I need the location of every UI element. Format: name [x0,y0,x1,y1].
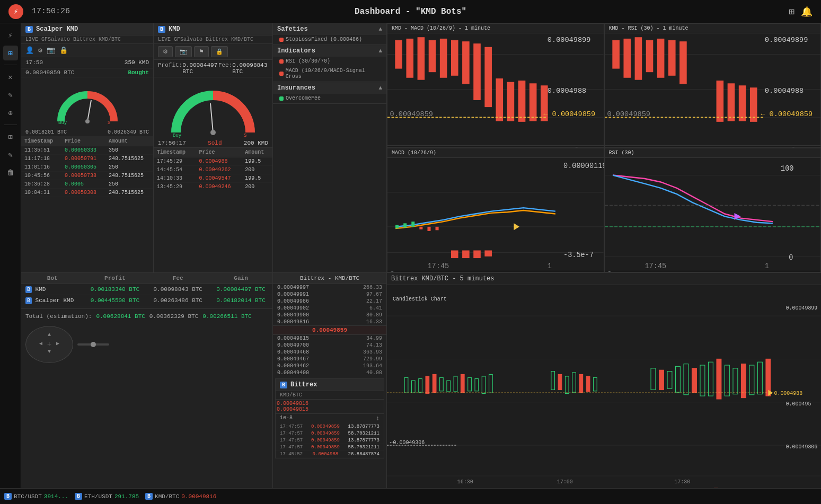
list-item: 0.00049468363.93 [273,349,386,356]
nav-expand-macd-lower[interactable]: ⊞ [413,271,417,272]
trade-ts: 10:45:56 [21,172,61,180]
table-row: 17:45:29 0.0004988 199.5 [154,157,272,166]
sidebar-item-delete[interactable]: 🗑 [3,165,18,180]
camera-icon[interactable]: 📷 [47,46,55,55]
sidebar-item-pen[interactable]: ✎ [3,147,18,162]
sidebar-item-copy[interactable]: ⊞ [3,129,18,144]
sidebar-item-add[interactable]: ⊕ [3,105,18,120]
list-item: 0.000499026.41 [273,305,386,312]
macd-lower-title-text: MACD (10/26/9) [392,150,436,156]
lock-icon[interactable]: 🔒 [59,46,68,55]
sidebar-item-edit[interactable]: ✎ [3,87,18,102]
svg-text:Buy: Buy [58,120,67,126]
indicators-section: Indicators ▲ RSI (30/30/70) MACD (10/26/… [273,45,386,82]
notification-icon[interactable]: 🔔 [801,6,813,17]
zoom-rsi-lower[interactable]: 🔍 [607,271,614,272]
bittrex-scroll[interactable]: ↕ [376,415,379,422]
nav-right[interactable]: ▶ [54,340,62,349]
indicator-macd-label: MACD (10/26/9/MACD-Signal Cross [286,68,382,79]
svg-text:16:30: 16:30 [457,479,473,485]
insurances-section: Insurances ▲ OvercomeFee [273,82,386,104]
insurances-header[interactable]: Insurances ▲ [273,82,386,94]
sidebar-item-home[interactable]: ⚡ [3,28,18,42]
status-btc-label: BTC/USDT [14,493,42,500]
zoom-macd-lower[interactable]: 🔍 [390,271,397,272]
ob-bid-price: 0.00049815 [277,335,309,341]
kmd-header: B KMD [154,23,272,36]
sidebar-separator-2 [4,125,17,125]
safety-panel: Safeties ▲ StopLossFixed (0.000486) Indi… [273,23,387,272]
trade-ts: 11:17:18 [21,155,61,163]
kmd-trade-price: 0.00049547 [196,174,242,183]
trade-amount: 250 [105,180,153,189]
status-eth-val: 291.785 [114,493,139,500]
table-row: 11:17:18 0.00050791 248.7515625 [21,155,153,163]
svg-rect-44 [739,86,745,121]
scalper-trades-body: 11:35:51 0.00050333 350 11:17:18 0.00050… [21,146,153,197]
total-label: Total (estimation): [25,313,92,320]
bot-gain: 0.00084497 BTC [209,284,272,295]
svg-text:17:30: 17:30 [674,479,690,485]
nav-expand-rsi-lower[interactable]: ⊞ [631,271,634,272]
sidebar-item-dashboard[interactable]: ⊞ [3,46,18,60]
list-item: 0.0004940040.00 [273,369,386,376]
sidebar-item-close[interactable]: ✕ [3,69,18,84]
insurance-label: OvercomeFee [286,95,321,101]
kmd-profit-row: Profit: 0.00084497 BTC Fee: 0.00098843 B… [154,60,272,77]
bot-col-fee: Fee [146,273,209,284]
zoom-thumb[interactable] [91,342,96,347]
indicators-header[interactable]: Indicators ▲ [273,45,386,57]
nav-left[interactable]: ◀ [37,340,45,349]
ob-bid-vol: 193.64 [363,363,382,369]
kmd-btn-camera[interactable]: 📷 [175,46,192,57]
indicator-rsi-label: RSI (30/30/70) [286,58,330,64]
table-row: 14:45:54 0.00049262 200 [154,166,272,174]
list-item: 0.0004981616.33 [273,319,386,325]
svg-rect-14 [407,39,413,78]
status-eth-usdt: B ETH/USDT 291.785 [75,493,139,500]
app-logo: ⚡ [8,4,23,19]
nav-circle: ▲ ◀ + ▶ ▼ [25,326,73,363]
layout-bottom: Bot Profit Fee Gain B KMD 0.00183340 BTC… [21,272,821,504]
svg-text:←0.00049306: ←0.00049306 [390,439,425,446]
table-row: 11:35:51 0.00050333 350 [21,146,153,155]
nav-tr [54,332,62,340]
kmd-btn-lock[interactable]: 🔒 [211,46,228,57]
ob-ask-vol: 6.41 [369,305,382,311]
settings-icon[interactable]: ⚙ [38,46,42,55]
kmd-trade-price: 0.00049246 [196,183,242,191]
nav-left-macd-lower[interactable]: ◀ [400,271,404,272]
nav-right-rsi-lower[interactable]: ▶ [624,271,628,272]
ob-ask-price: 0.00049816 [277,319,309,325]
indicators-arrow: ▲ [378,48,382,54]
safeties-title: Safeties [277,25,308,33]
svg-rect-38 [646,40,652,72]
bot-name: B Scalper KMD [21,295,84,306]
nav-left-rsi-lower[interactable]: ◀ [617,271,621,272]
kmd-btn-settings[interactable]: ⚙ [158,46,173,57]
screenshot-icon[interactable]: ⊞ [789,6,794,17]
zoom-track[interactable] [77,343,109,346]
user-icon[interactable]: 👤 [25,46,34,55]
nav-right-macd-lower[interactable]: ▶ [407,271,411,272]
nav-down[interactable]: ▼ [45,349,54,357]
btx-ts: 17:47:57 [280,431,303,436]
scalper-amount: 350 KMD [125,59,149,66]
trade-price: 0.00050305 [61,163,105,172]
svg-rect-23 [507,82,514,121]
svg-rect-63 [474,251,480,258]
svg-rect-21 [485,47,491,107]
bot-col-bot: Bot [21,273,84,284]
trade-ts: 11:01:16 [21,163,61,172]
svg-rect-104 [579,374,583,393]
ob-ask-price: 0.00049900 [277,312,309,318]
kmd-btn-flag[interactable]: ⚑ [194,46,209,57]
safeties-header[interactable]: Safeties ▲ [273,23,386,35]
nav-up[interactable]: ▲ [45,332,54,340]
charts-container: KMD - MACD (10/26/9) - 1 minute 0.000498… [387,23,821,272]
orderbook-mid: 0.00049859 [273,325,386,335]
bot-fee: 0.00098843 BTC [146,284,209,295]
svg-rect-25 [530,84,536,121]
insurances-arrow: ▲ [378,85,382,91]
kmd-col-amount: Amount [242,148,272,157]
